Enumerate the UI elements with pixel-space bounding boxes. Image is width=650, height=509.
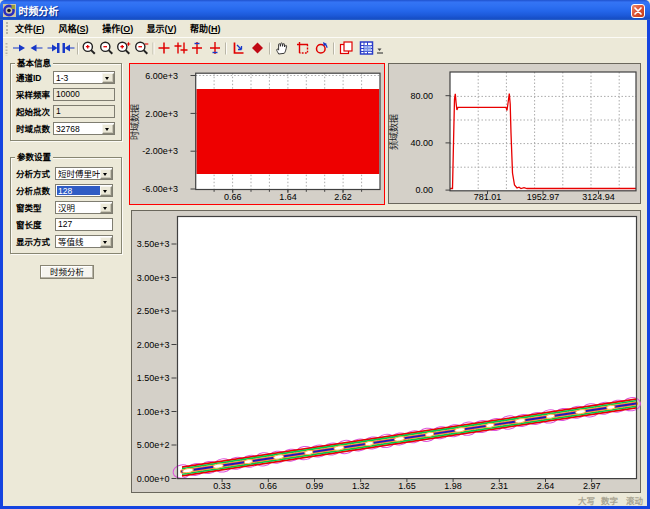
svg-text:-6.00e+3: -6.00e+3 [142, 184, 178, 194]
svg-text:3.00e+3: 3.00e+3 [137, 273, 170, 283]
svg-text:2.50e+3: 2.50e+3 [137, 306, 170, 316]
svg-text:0.00e+0: 0.00e+0 [137, 474, 170, 484]
svg-text:时域数据: 时域数据 [129, 104, 140, 140]
svg-text:1.50e+3: 1.50e+3 [137, 373, 170, 383]
svg-text:3.50e+3: 3.50e+3 [137, 239, 170, 249]
svg-text:40.00: 40.00 [410, 138, 433, 148]
svg-text:6.00e+3: 6.00e+3 [145, 71, 178, 81]
svg-text:0.00: 0.00 [415, 185, 433, 195]
svg-text:1.00e+3: 1.00e+3 [137, 407, 170, 417]
svg-text:频域数据: 频域数据 [388, 114, 399, 150]
svg-text:2.00e+3: 2.00e+3 [137, 340, 170, 350]
svg-text:5.00e+2: 5.00e+2 [137, 440, 170, 450]
svg-text:80.00: 80.00 [410, 91, 433, 101]
svg-text:-2.00e+3: -2.00e+3 [142, 146, 178, 156]
svg-text:2.00e+3: 2.00e+3 [145, 109, 178, 119]
